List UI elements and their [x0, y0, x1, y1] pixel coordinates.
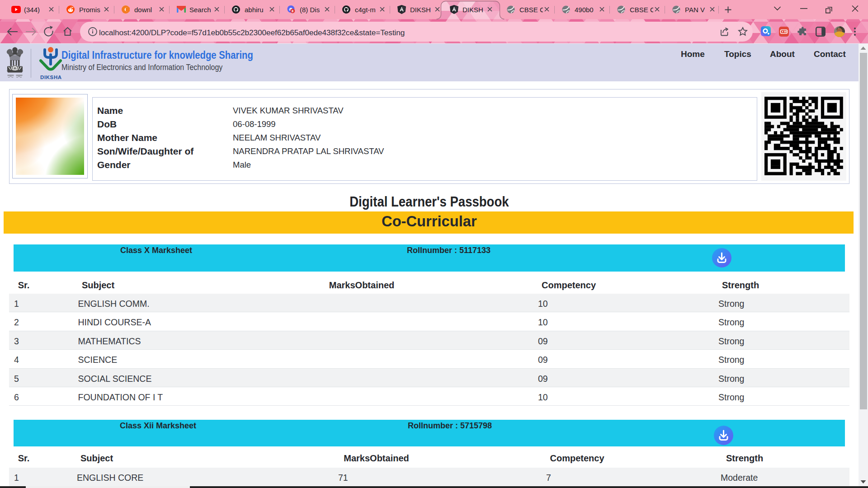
svg-text:8: 8 [292, 9, 293, 13]
